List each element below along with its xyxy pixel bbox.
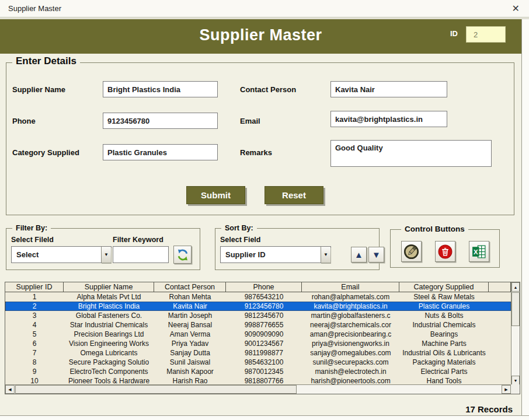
svg-text:X: X: [474, 248, 478, 255]
reset-button[interactable]: Reset: [264, 186, 323, 204]
table-cell: [489, 358, 511, 367]
table-cell: Packaging Materials: [399, 358, 489, 367]
header-banner: Supplier Master ID: [0, 19, 521, 54]
table-cell: priya@visionengworks.in: [302, 339, 399, 348]
export-excel-button[interactable]: X: [469, 241, 489, 262]
table-cell: manish@electrotech.in: [302, 367, 399, 376]
enter-details-frame: Enter Details Supplier Name Contact Pers…: [6, 62, 514, 215]
table-cell: Sanjay Dutta: [154, 348, 226, 358]
table-row[interactable]: 4Star Industrial ChemicalsNeeraj Bansal9…: [5, 320, 511, 330]
table-row[interactable]: 6Vision Engineering WorksPriya Yadav9001…: [5, 339, 511, 348]
phone-field[interactable]: [103, 113, 218, 129]
table-cell: 4: [5, 320, 64, 330]
horizontal-scrollbar[interactable]: ◀ ▶: [5, 384, 511, 394]
email-label: Email: [240, 117, 260, 125]
filter-frame: Filter By: Select Fileld Filter Keyword …: [6, 228, 200, 270]
table-cell: aman@precisionbearing.c: [302, 330, 399, 339]
column-header: Category Supplied: [399, 282, 489, 292]
table-cell: rohan@alphametals.com: [302, 292, 399, 302]
email-field[interactable]: [330, 111, 447, 127]
scroll-left-icon[interactable]: ◀: [5, 385, 15, 394]
vertical-scrollbar[interactable]: ▲ ▼: [511, 282, 520, 385]
table-cell: Global Fasteners Co.: [64, 311, 154, 320]
table-cell: Martin Joseph: [154, 311, 226, 320]
table-cell: ElectroTech Components: [64, 367, 154, 376]
table-cell: 9123456780: [226, 302, 302, 311]
table-cell: 9988776655: [226, 320, 302, 330]
table-cell: 7: [5, 348, 64, 358]
sort-descending-button[interactable]: ▼: [368, 247, 384, 262]
vertical-scrollbar-thumb[interactable]: [511, 292, 520, 326]
submit-button[interactable]: Submit: [186, 186, 245, 204]
table-cell: [489, 348, 511, 358]
horizontal-scrollbar-thumb[interactable]: [15, 385, 297, 394]
contact-person-label: Contact Person: [240, 85, 296, 94]
table-row[interactable]: 8Secure Packaging SolutioSunil Jaiswal98…: [5, 358, 511, 367]
refresh-icon: [176, 249, 189, 261]
scroll-up-icon[interactable]: ▲: [511, 282, 520, 292]
table-cell: neeraj@starchemicals.cor: [302, 320, 399, 330]
table-cell: Steel & Raw Metals: [399, 292, 489, 302]
window-right-border: [521, 19, 529, 420]
sort-field-value: Supplier ID: [225, 250, 266, 259]
remarks-label: Remarks: [240, 148, 272, 157]
control-buttons-frame: Control Buttons: [390, 229, 500, 268]
sort-field-label: Select Field: [220, 236, 260, 244]
column-header: Contact Person: [154, 282, 226, 292]
sort-ascending-button[interactable]: ▲: [351, 247, 367, 262]
table-cell: Bearings: [399, 330, 489, 339]
table-row[interactable]: 3Global Fasteners Co.Martin Joseph981234…: [5, 311, 511, 320]
table-cell: 3: [5, 311, 64, 320]
table-cell: sunil@securepacks.com: [302, 358, 399, 367]
table-cell: Priya Yadav: [154, 339, 226, 348]
id-label: ID: [450, 29, 458, 38]
table-row[interactable]: 5Precision Bearings LtdAman Verma9090909…: [5, 330, 511, 339]
table-cell: Plastic Granules: [399, 302, 489, 311]
supplier-name-field[interactable]: [103, 81, 218, 97]
sort-field-combobox[interactable]: Supplier ID ▼: [220, 246, 331, 263]
phone-label: Phone: [12, 117, 36, 125]
table-cell: 8: [5, 358, 64, 367]
enter-details-legend: Enter Details: [12, 55, 80, 67]
chevron-down-icon[interactable]: ▼: [321, 247, 330, 262]
arrow-up-icon: ▲: [354, 250, 363, 259]
filter-field-combobox[interactable]: Select ▼: [11, 246, 112, 263]
table-body: 1Alpha Metals Pvt LtdRohan Mehta98765432…: [5, 292, 511, 386]
table-cell: 9811998877: [226, 348, 302, 358]
supplier-master-window: Supplier Master ✕ Supplier Master ID Ent…: [0, 0, 529, 420]
category-supplied-field[interactable]: [103, 144, 218, 160]
page-title: Supplier Master: [0, 26, 521, 44]
table-cell: Alpha Metals Pvt Ltd: [64, 292, 154, 302]
table-row[interactable]: 1Alpha Metals Pvt LtdRohan Mehta98765432…: [5, 292, 511, 302]
close-icon[interactable]: ✕: [512, 3, 520, 15]
table-cell: kavita@brightplastics.in: [302, 302, 399, 311]
edit-button[interactable]: [401, 241, 422, 262]
table-cell: Vision Engineering Works: [64, 339, 154, 348]
scroll-right-icon[interactable]: ▶: [502, 385, 511, 394]
delete-button[interactable]: [435, 241, 455, 262]
table-row[interactable]: 7Omega LubricantsSanjay Dutta9811998877s…: [5, 348, 511, 358]
id-field[interactable]: [466, 26, 506, 43]
table-cell: [489, 330, 511, 339]
category-supplied-label: Category Supplied: [12, 148, 79, 157]
refresh-button[interactable]: [173, 246, 192, 264]
table-cell: Manish Kapoor: [154, 367, 226, 376]
table-row[interactable]: 2Bright Plastics IndiaKavita Nair9123456…: [5, 302, 511, 311]
remarks-field[interactable]: Good Quality: [330, 140, 492, 167]
excel-icon: X: [471, 244, 487, 260]
filter-keyword-input[interactable]: [113, 246, 169, 263]
table-row[interactable]: 9ElectroTech ComponentsManish Kapoor9870…: [5, 367, 511, 376]
table-cell: 9876543210: [226, 292, 302, 302]
table-cell: [489, 292, 511, 302]
filter-keyword-label: Filter Keyword: [113, 236, 163, 244]
table-cell: 9001234567: [226, 339, 302, 348]
table-cell: Bright Plastics India: [64, 302, 154, 311]
window-title: Supplier Master: [8, 4, 61, 13]
table-cell: Machine Parts: [399, 339, 489, 348]
table-cell: Sunil Jaiswal: [154, 358, 226, 367]
table-cell: [489, 311, 511, 320]
scroll-down-icon[interactable]: ▼: [511, 376, 520, 385]
arrow-down-icon: ▼: [372, 250, 381, 259]
contact-person-field[interactable]: [330, 81, 447, 97]
chevron-down-icon[interactable]: ▼: [101, 247, 111, 262]
